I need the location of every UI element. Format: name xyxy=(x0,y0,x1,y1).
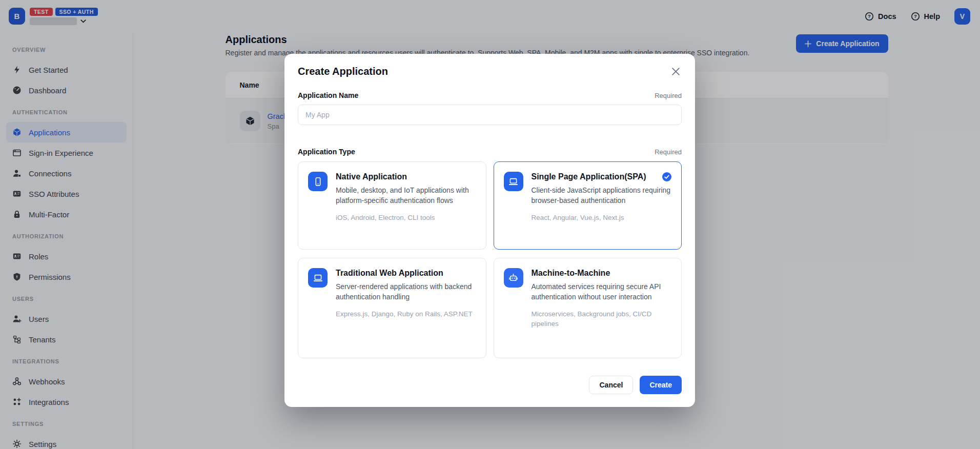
smartphone-icon xyxy=(308,172,328,191)
application-type-grid: Native Application Mobile, desktop, and … xyxy=(298,161,682,358)
cancel-button[interactable]: Cancel xyxy=(589,376,633,394)
required-label: Required xyxy=(655,148,682,156)
type-card-spa[interactable]: Single Page Application(SPA) Client-side… xyxy=(494,161,682,250)
type-card-machine-to-machine[interactable]: Machine-to-Machine Automated services re… xyxy=(494,258,682,358)
laptop-icon xyxy=(308,268,328,288)
create-application-modal: Create Application Application Name Requ… xyxy=(284,54,695,407)
type-card-traditional-web[interactable]: Traditional Web Application Server-rende… xyxy=(298,258,486,358)
laptop-icon xyxy=(504,172,523,191)
type-card-native[interactable]: Native Application Mobile, desktop, and … xyxy=(298,161,486,250)
close-icon[interactable] xyxy=(670,66,682,77)
robot-icon xyxy=(504,268,523,288)
application-name-input[interactable] xyxy=(298,105,682,125)
create-button[interactable]: Create xyxy=(640,376,682,394)
required-label: Required xyxy=(655,92,682,99)
check-circle-icon xyxy=(662,172,671,181)
application-name-label: Application Name xyxy=(298,91,358,99)
modal-title: Create Application xyxy=(298,66,388,77)
application-type-label: Application Type xyxy=(298,148,355,156)
